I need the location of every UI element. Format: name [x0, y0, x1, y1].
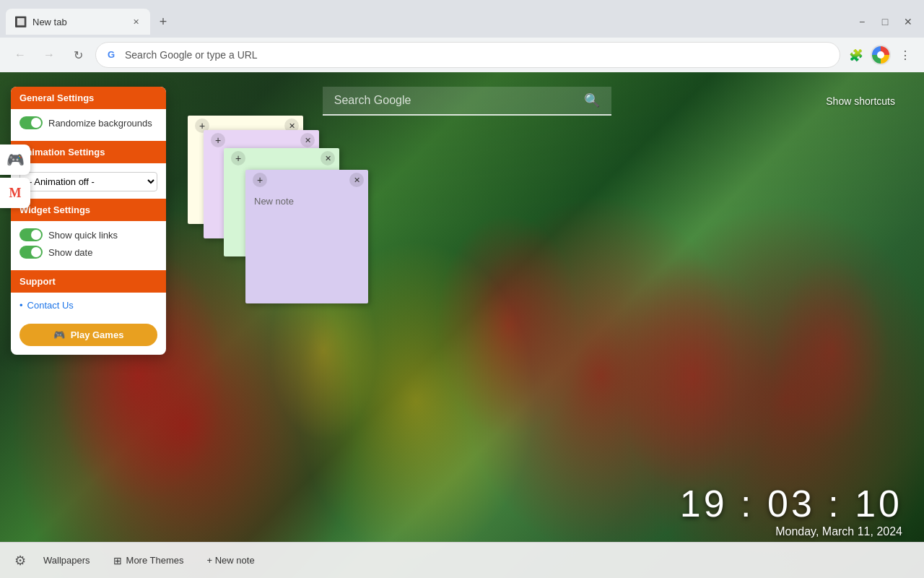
clock-time: 19 : 03 : 10 [680, 485, 902, 522]
maximize-button[interactable]: □ [875, 12, 895, 32]
nav-bar: ← → ↻ G Search Google or type a URL 🧩 ⋮ [0, 38, 924, 72]
general-settings-header[interactable]: General Settings [11, 87, 166, 109]
extensions-button[interactable]: 🧩 [846, 45, 866, 65]
play-games-button[interactable]: 🎮 Play Games [19, 324, 157, 346]
show-date-toggle[interactable] [19, 246, 43, 259]
show-shortcuts-button[interactable]: Show shortcuts [826, 95, 895, 107]
search-placeholder-text: Search Google [334, 94, 578, 107]
tab-bar: 🔲 New tab ✕ + − □ ✕ [0, 0, 924, 38]
support-body: Contact Us [11, 293, 166, 318]
sidebar-app-gamepad[interactable]: 🎮 [0, 144, 30, 175]
address-text: Search Google or type a URL [125, 49, 828, 61]
note-2-header: + ✕ [204, 130, 319, 150]
wallpapers-button[interactable]: Wallpapers [38, 552, 96, 569]
settings-gear-icon[interactable]: ⚙ [14, 553, 26, 569]
contact-us-link[interactable]: Contact Us [19, 298, 157, 312]
sidebar-app-gmail[interactable]: M [0, 178, 30, 208]
widget-settings-header[interactable]: Widget Settings [11, 199, 166, 221]
clock-overlay: 19 : 03 : 10 Monday, March 11, 2024 [680, 485, 902, 538]
window-controls: − □ ✕ [852, 12, 918, 32]
note-3-add-button[interactable]: + [231, 151, 245, 165]
note-2-close-button[interactable]: ✕ [300, 133, 315, 147]
minimize-button[interactable]: − [852, 12, 872, 32]
back-button[interactable]: ← [9, 43, 32, 66]
note-4-add-button[interactable]: + [253, 173, 267, 187]
animation-select[interactable]: - Animation off - Fade Slide Zoom [19, 172, 157, 191]
support-header[interactable]: Support [11, 270, 166, 293]
browser-chrome: 🔲 New tab ✕ + − □ ✕ ← → ↻ G Search Googl… [0, 0, 924, 72]
close-button[interactable]: ✕ [898, 12, 918, 32]
show-quick-links-row: Show quick links [19, 228, 157, 241]
note-4-content[interactable]: New note [245, 190, 368, 248]
google-logo-icon: G [108, 49, 119, 61]
tab-title: New tab [32, 17, 124, 27]
clock-date: Monday, March 11, 2024 [680, 525, 902, 538]
more-themes-label: More Themes [126, 555, 184, 566]
contact-us-label: Contact Us [27, 300, 74, 311]
tab-favicon: 🔲 [14, 16, 27, 27]
new-tab-button[interactable]: + [153, 12, 173, 32]
animation-settings-body: - Animation off - Fade Slide Zoom [11, 163, 166, 199]
sidebar-apps: 🎮 M [0, 144, 30, 211]
play-games-icon: 🎮 [53, 329, 65, 340]
new-note-bottom-button[interactable]: + New note [201, 552, 261, 569]
note-4-text: New note [254, 196, 294, 207]
menu-button[interactable]: ⋮ [895, 45, 915, 65]
animation-settings-header[interactable]: Animation Settings [11, 141, 166, 163]
randomize-backgrounds-row: Randomize backgrounds [19, 116, 157, 129]
tab-close-button[interactable]: ✕ [130, 16, 141, 27]
settings-panel: General Settings Randomize backgrounds A… [11, 87, 166, 355]
search-icon[interactable]: 🔍 [584, 92, 600, 108]
show-date-row: Show date [19, 246, 157, 259]
note-4-close-button[interactable]: ✕ [349, 173, 364, 187]
note-3-close-button[interactable]: ✕ [321, 151, 335, 165]
bottom-bar: ⚙ Wallpapers ⊞ More Themes + New note [0, 542, 924, 578]
address-bar[interactable]: G Search Google or type a URL [95, 42, 840, 68]
main-content: 🎮 M General Settings Randomize backgroun… [0, 72, 924, 578]
search-bar-overlay[interactable]: Search Google 🔍 [323, 87, 611, 116]
show-quick-links-label: Show quick links [48, 230, 118, 241]
more-themes-button[interactable]: ⊞ More Themes [108, 552, 190, 569]
general-settings-body: Randomize backgrounds [11, 109, 166, 141]
show-date-label: Show date [48, 247, 92, 258]
reload-button[interactable]: ↻ [66, 43, 90, 66]
chrome-icon[interactable] [871, 45, 891, 65]
wallpapers-label: Wallpapers [43, 555, 90, 566]
randomize-backgrounds-toggle[interactable] [19, 116, 43, 129]
active-tab[interactable]: 🔲 New tab ✕ [6, 9, 150, 35]
show-quick-links-toggle[interactable] [19, 228, 43, 241]
sticky-note-4: + ✕ New note [245, 170, 368, 303]
gmail-icon: M [9, 186, 22, 201]
themes-icon: ⊞ [113, 555, 122, 566]
forward-button[interactable]: → [38, 43, 61, 66]
extensions-area: 🧩 ⋮ [846, 45, 915, 65]
gamepad-icon: 🎮 [6, 151, 25, 168]
randomize-backgrounds-label: Randomize backgrounds [48, 118, 152, 129]
note-4-header: + ✕ [245, 170, 368, 190]
note-2-add-button[interactable]: + [211, 133, 225, 147]
play-games-label: Play Games [71, 329, 124, 340]
note-3-header: + ✕ [224, 148, 339, 168]
new-note-label: + New note [207, 555, 255, 566]
widget-settings-body: Show quick links Show date [11, 221, 166, 270]
